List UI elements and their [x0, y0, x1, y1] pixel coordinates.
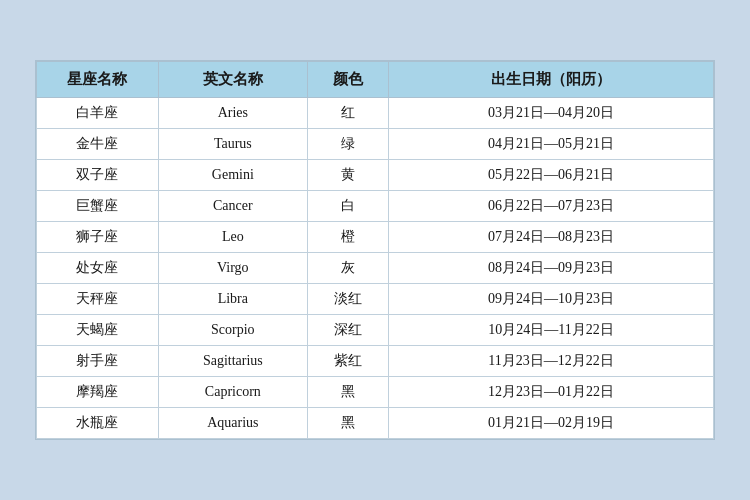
cell-date: 10月24日—11月22日	[389, 315, 714, 346]
cell-color: 深红	[307, 315, 388, 346]
cell-zh: 射手座	[37, 346, 159, 377]
cell-color: 黑	[307, 408, 388, 439]
cell-date: 11月23日—12月22日	[389, 346, 714, 377]
cell-zh: 水瓶座	[37, 408, 159, 439]
cell-date: 01月21日—02月19日	[389, 408, 714, 439]
table-row: 天蝎座Scorpio深红10月24日—11月22日	[37, 315, 714, 346]
cell-zh: 双子座	[37, 160, 159, 191]
cell-date: 08月24日—09月23日	[389, 253, 714, 284]
zodiac-table-container: 星座名称 英文名称 颜色 出生日期（阳历） 白羊座Aries红03月21日—04…	[35, 60, 715, 440]
table-row: 摩羯座Capricorn黑12月23日—01月22日	[37, 377, 714, 408]
table-row: 双子座Gemini黄05月22日—06月21日	[37, 160, 714, 191]
table-body: 白羊座Aries红03月21日—04月20日金牛座Taurus绿04月21日—0…	[37, 98, 714, 439]
table-row: 天秤座Libra淡红09月24日—10月23日	[37, 284, 714, 315]
header-date: 出生日期（阳历）	[389, 62, 714, 98]
cell-zh: 处女座	[37, 253, 159, 284]
cell-zh: 天蝎座	[37, 315, 159, 346]
table-row: 金牛座Taurus绿04月21日—05月21日	[37, 129, 714, 160]
cell-color: 绿	[307, 129, 388, 160]
cell-en: Scorpio	[158, 315, 307, 346]
cell-zh: 摩羯座	[37, 377, 159, 408]
cell-date: 07月24日—08月23日	[389, 222, 714, 253]
cell-zh: 巨蟹座	[37, 191, 159, 222]
table-row: 水瓶座Aquarius黑01月21日—02月19日	[37, 408, 714, 439]
cell-en: Aries	[158, 98, 307, 129]
table-row: 射手座Sagittarius紫红11月23日—12月22日	[37, 346, 714, 377]
cell-en: Gemini	[158, 160, 307, 191]
cell-color: 白	[307, 191, 388, 222]
cell-date: 12月23日—01月22日	[389, 377, 714, 408]
header-zh: 星座名称	[37, 62, 159, 98]
table-row: 处女座Virgo灰08月24日—09月23日	[37, 253, 714, 284]
cell-date: 05月22日—06月21日	[389, 160, 714, 191]
cell-color: 紫红	[307, 346, 388, 377]
cell-zh: 白羊座	[37, 98, 159, 129]
cell-en: Taurus	[158, 129, 307, 160]
cell-en: Virgo	[158, 253, 307, 284]
cell-date: 03月21日—04月20日	[389, 98, 714, 129]
cell-color: 灰	[307, 253, 388, 284]
cell-date: 09月24日—10月23日	[389, 284, 714, 315]
table-header-row: 星座名称 英文名称 颜色 出生日期（阳历）	[37, 62, 714, 98]
cell-en: Sagittarius	[158, 346, 307, 377]
cell-zh: 金牛座	[37, 129, 159, 160]
cell-zh: 天秤座	[37, 284, 159, 315]
table-row: 巨蟹座Cancer白06月22日—07月23日	[37, 191, 714, 222]
cell-en: Capricorn	[158, 377, 307, 408]
header-en: 英文名称	[158, 62, 307, 98]
cell-color: 橙	[307, 222, 388, 253]
cell-date: 04月21日—05月21日	[389, 129, 714, 160]
cell-en: Libra	[158, 284, 307, 315]
header-color: 颜色	[307, 62, 388, 98]
cell-en: Cancer	[158, 191, 307, 222]
cell-zh: 狮子座	[37, 222, 159, 253]
zodiac-table: 星座名称 英文名称 颜色 出生日期（阳历） 白羊座Aries红03月21日—04…	[36, 61, 714, 439]
table-row: 白羊座Aries红03月21日—04月20日	[37, 98, 714, 129]
table-row: 狮子座Leo橙07月24日—08月23日	[37, 222, 714, 253]
cell-date: 06月22日—07月23日	[389, 191, 714, 222]
cell-color: 黄	[307, 160, 388, 191]
cell-color: 淡红	[307, 284, 388, 315]
cell-color: 红	[307, 98, 388, 129]
cell-en: Leo	[158, 222, 307, 253]
cell-color: 黑	[307, 377, 388, 408]
cell-en: Aquarius	[158, 408, 307, 439]
